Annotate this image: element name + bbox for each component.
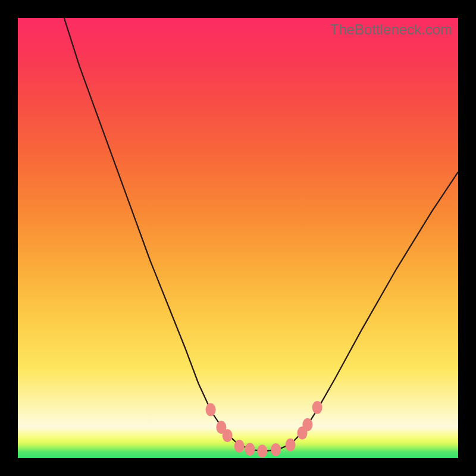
curve-svg [18, 18, 458, 458]
flat-bead-4 [271, 443, 281, 456]
left-bead-1 [206, 403, 216, 416]
right-bead-2 [302, 418, 312, 431]
flat-bead-3 [257, 444, 267, 458]
right-bead-3 [312, 401, 322, 414]
bead-group [206, 401, 322, 458]
chart-frame: TheBottleneck.com [0, 0, 476, 476]
flat-bead-1 [234, 440, 245, 453]
flat-bead-5 [286, 439, 296, 452]
left-bead-3 [223, 429, 233, 442]
plot-area: TheBottleneck.com [18, 18, 458, 458]
bottleneck-curve [64, 18, 458, 451]
flat-bead-2 [245, 443, 255, 456]
